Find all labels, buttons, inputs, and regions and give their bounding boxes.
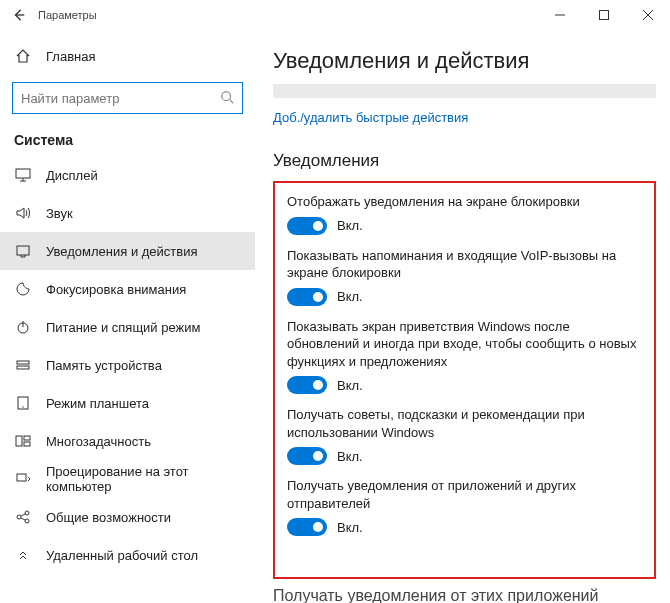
sidebar-item-storage[interactable]: Память устройства: [0, 346, 255, 384]
sidebar-item-shared[interactable]: Общие возможности: [0, 498, 255, 536]
sidebar-item-focus[interactable]: Фокусировка внимания: [0, 270, 255, 308]
sidebar-item-label: Память устройства: [46, 358, 162, 373]
sidebar-item-power[interactable]: Питание и спящий режим: [0, 308, 255, 346]
toggle-row: Вкл.: [287, 217, 642, 235]
sidebar-item-tablet[interactable]: Режим планшета: [0, 384, 255, 422]
shared-icon: [14, 508, 32, 526]
setting-label: Показывать напоминания и входящие VoIP-в…: [287, 247, 642, 282]
toggle-state-label: Вкл.: [337, 289, 363, 304]
svg-rect-17: [24, 436, 30, 440]
sidebar-item-label: Фокусировка внимания: [46, 282, 186, 297]
maximize-button[interactable]: [582, 1, 626, 29]
setting-label: Отображать уведомления на экране блокиро…: [287, 193, 642, 211]
search-box[interactable]: [12, 82, 243, 114]
svg-point-20: [17, 515, 21, 519]
toggle-state-label: Вкл.: [337, 520, 363, 535]
sidebar-category: Система: [0, 124, 255, 156]
arrow-left-icon: [12, 8, 26, 22]
sidebar-item-label: Проецирование на этот компьютер: [46, 464, 241, 494]
toggle-row: Вкл.: [287, 288, 642, 306]
sidebar-item-label: Многозадачность: [46, 434, 151, 449]
display-icon: [14, 166, 32, 184]
quick-actions-link[interactable]: Доб./удалить быстрые действия: [273, 110, 468, 125]
svg-rect-12: [17, 361, 29, 364]
quick-actions-placeholder: [273, 84, 656, 98]
sidebar-item-remote[interactable]: Удаленный рабочий стол: [0, 536, 255, 574]
close-icon: [643, 10, 653, 20]
svg-point-4: [222, 91, 231, 100]
setting-item: Показывать напоминания и входящие VoIP-в…: [287, 247, 642, 306]
sidebar: Главная Система ДисплейЗвукУведомления и…: [0, 30, 255, 603]
search-icon: [220, 90, 234, 107]
svg-line-23: [21, 514, 25, 516]
search-input[interactable]: [21, 91, 220, 106]
setting-item: Получать уведомления от приложений и дру…: [287, 477, 642, 536]
setting-label: Получать уведомления от приложений и дру…: [287, 477, 642, 512]
toggle-switch[interactable]: [287, 376, 327, 394]
content: Уведомления и действия Доб./удалить быст…: [255, 30, 670, 603]
svg-line-5: [230, 99, 234, 103]
toggle-switch[interactable]: [287, 447, 327, 465]
toggle-state-label: Вкл.: [337, 449, 363, 464]
window-title: Параметры: [38, 9, 97, 21]
svg-point-21: [25, 511, 29, 515]
svg-rect-13: [17, 366, 29, 369]
sound-icon: [14, 204, 32, 222]
close-button[interactable]: [626, 1, 670, 29]
home-icon: [14, 47, 32, 65]
remote-icon: [14, 546, 32, 564]
sidebar-item-sound[interactable]: Звук: [0, 194, 255, 232]
setting-item: Показывать экран приветствия Windows пос…: [287, 318, 642, 395]
storage-icon: [14, 356, 32, 374]
sidebar-item-label: Звук: [46, 206, 73, 221]
section-get-notifications-from: Получать уведомления от этих приложений: [273, 587, 656, 603]
highlighted-settings-box: Отображать уведомления на экране блокиро…: [273, 181, 656, 579]
svg-rect-19: [17, 474, 26, 481]
section-notifications: Уведомления: [273, 151, 656, 171]
window-controls: [538, 1, 670, 29]
sidebar-item-display[interactable]: Дисплей: [0, 156, 255, 194]
setting-item: Получать советы, подсказки и рекомендаци…: [287, 406, 642, 465]
sidebar-item-label: Удаленный рабочий стол: [46, 548, 198, 563]
minimize-icon: [555, 10, 565, 20]
sidebar-item-multitask[interactable]: Многозадачность: [0, 422, 255, 460]
setting-label: Получать советы, подсказки и рекомендаци…: [287, 406, 642, 441]
toggle-row: Вкл.: [287, 447, 642, 465]
sidebar-item-notifications[interactable]: Уведомления и действия: [0, 232, 255, 270]
multitask-icon: [14, 432, 32, 450]
sidebar-item-label: Питание и спящий режим: [46, 320, 200, 335]
sidebar-item-label: Уведомления и действия: [46, 244, 198, 259]
back-button[interactable]: [6, 2, 32, 28]
page-title: Уведомления и действия: [273, 48, 656, 74]
svg-rect-6: [16, 169, 30, 178]
tablet-icon: [14, 394, 32, 412]
setting-item: Отображать уведомления на экране блокиро…: [287, 193, 642, 235]
sidebar-item-label: Общие возможности: [46, 510, 171, 525]
toggle-switch[interactable]: [287, 518, 327, 536]
sidebar-item-label: Дисплей: [46, 168, 98, 183]
svg-line-24: [21, 518, 25, 520]
svg-rect-9: [17, 246, 29, 255]
setting-label: Показывать экран приветствия Windows пос…: [287, 318, 642, 371]
minimize-button[interactable]: [538, 1, 582, 29]
svg-point-22: [25, 519, 29, 523]
power-icon: [14, 318, 32, 336]
sidebar-item-label: Режим планшета: [46, 396, 149, 411]
toggle-row: Вкл.: [287, 376, 642, 394]
titlebar: Параметры: [0, 0, 670, 30]
notifications-icon: [14, 242, 32, 260]
svg-rect-18: [24, 442, 30, 446]
svg-point-15: [22, 406, 23, 407]
toggle-state-label: Вкл.: [337, 378, 363, 393]
svg-rect-1: [600, 11, 609, 20]
project-icon: [14, 470, 32, 488]
svg-rect-16: [16, 436, 22, 446]
toggle-row: Вкл.: [287, 518, 642, 536]
toggle-state-label: Вкл.: [337, 218, 363, 233]
maximize-icon: [599, 10, 609, 20]
sidebar-home[interactable]: Главная: [0, 36, 255, 76]
toggle-switch[interactable]: [287, 288, 327, 306]
toggle-switch[interactable]: [287, 217, 327, 235]
sidebar-item-project[interactable]: Проецирование на этот компьютер: [0, 460, 255, 498]
sidebar-home-label: Главная: [46, 49, 95, 64]
